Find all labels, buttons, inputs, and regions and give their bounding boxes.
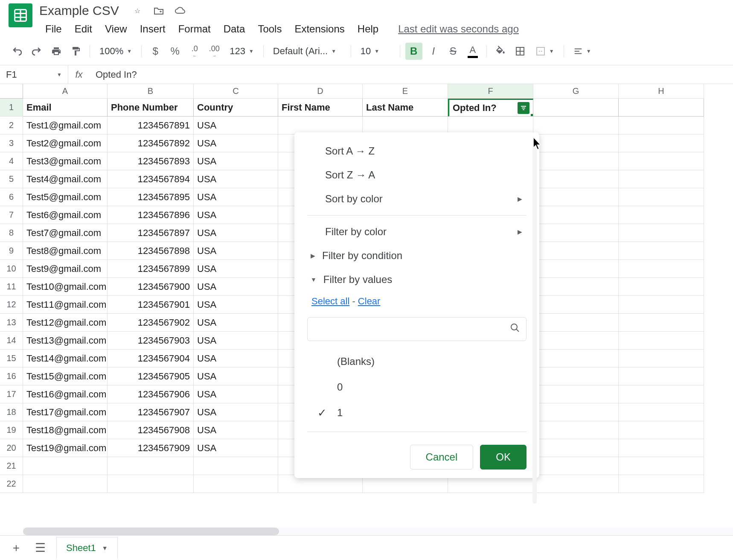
cell[interactable] bbox=[533, 99, 619, 117]
cell[interactable]: USA bbox=[194, 350, 278, 368]
cell[interactable]: USA bbox=[194, 188, 278, 206]
bold-button[interactable]: B bbox=[405, 43, 422, 60]
font-size-select[interactable]: 10▼ bbox=[356, 43, 395, 59]
cell[interactable] bbox=[278, 117, 363, 134]
fill-color-button[interactable] bbox=[492, 43, 509, 60]
document-title[interactable]: Example CSV bbox=[39, 3, 119, 18]
cell[interactable] bbox=[619, 403, 704, 421]
cell-reference[interactable]: F1▼ bbox=[0, 65, 68, 84]
cell[interactable] bbox=[619, 475, 704, 493]
move-icon[interactable] bbox=[153, 5, 164, 16]
cell[interactable]: 1234567905 bbox=[108, 368, 194, 385]
cell[interactable] bbox=[533, 134, 619, 152]
cell[interactable] bbox=[533, 475, 619, 493]
cell[interactable] bbox=[619, 224, 704, 242]
filter-value-option[interactable]: 0 bbox=[311, 374, 522, 400]
cell[interactable]: Test6@gmail.com bbox=[23, 206, 108, 224]
cell[interactable]: 1234567900 bbox=[108, 278, 194, 296]
currency-button[interactable]: $ bbox=[147, 43, 164, 60]
more-formats-select[interactable]: 123▼ bbox=[225, 43, 258, 59]
cell[interactable]: Test10@gmail.com bbox=[23, 278, 108, 296]
row-header[interactable]: 5 bbox=[0, 170, 23, 188]
row-header[interactable]: 20 bbox=[0, 439, 23, 457]
row-header[interactable]: 12 bbox=[0, 296, 23, 314]
cell[interactable]: Test12@gmail.com bbox=[23, 314, 108, 332]
menu-file[interactable]: File bbox=[39, 20, 68, 38]
text-color-button[interactable]: A bbox=[464, 43, 481, 60]
cell[interactable]: 1234567904 bbox=[108, 350, 194, 368]
select-all-link[interactable]: Select all bbox=[311, 296, 349, 306]
cell[interactable] bbox=[619, 385, 704, 403]
cell[interactable] bbox=[619, 134, 704, 152]
cell[interactable] bbox=[619, 296, 704, 314]
font-select[interactable]: Default (Ari...▼ bbox=[269, 43, 346, 59]
sort-by-color[interactable]: Sort by color▶ bbox=[294, 187, 539, 211]
cell[interactable]: Phone Number bbox=[108, 99, 194, 117]
column-header[interactable]: G bbox=[533, 84, 619, 99]
borders-button[interactable] bbox=[512, 43, 529, 60]
cloud-status-icon[interactable] bbox=[175, 5, 186, 16]
cell[interactable] bbox=[619, 278, 704, 296]
cell[interactable] bbox=[533, 421, 619, 439]
row-header[interactable]: 9 bbox=[0, 242, 23, 260]
cell[interactable]: 1234567899 bbox=[108, 260, 194, 278]
column-header[interactable]: B bbox=[108, 84, 194, 99]
cell[interactable] bbox=[619, 368, 704, 385]
cell[interactable]: USA bbox=[194, 242, 278, 260]
cell[interactable] bbox=[533, 152, 619, 170]
cell[interactable]: 1234567903 bbox=[108, 332, 194, 350]
formula-input[interactable]: Opted In? bbox=[90, 69, 733, 80]
cell[interactable] bbox=[194, 475, 278, 493]
cell[interactable]: Test8@gmail.com bbox=[23, 242, 108, 260]
filter-search[interactable] bbox=[307, 317, 526, 341]
strikethrough-button[interactable]: S bbox=[445, 43, 462, 60]
cancel-button[interactable]: Cancel bbox=[410, 445, 474, 470]
cell[interactable]: 1234567891 bbox=[108, 117, 194, 134]
menu-insert[interactable]: Insert bbox=[134, 20, 172, 38]
menu-help[interactable]: Help bbox=[352, 20, 384, 38]
cell[interactable]: USA bbox=[194, 439, 278, 457]
cell[interactable] bbox=[533, 368, 619, 385]
sheets-logo[interactable] bbox=[9, 3, 32, 27]
cell[interactable] bbox=[533, 296, 619, 314]
cell[interactable]: Test4@gmail.com bbox=[23, 170, 108, 188]
cell[interactable]: 1234567909 bbox=[108, 439, 194, 457]
cell[interactable]: USA bbox=[194, 224, 278, 242]
column-header[interactable]: D bbox=[278, 84, 363, 99]
cell[interactable] bbox=[619, 332, 704, 350]
zoom-select[interactable]: 100%▼ bbox=[95, 43, 136, 59]
cell[interactable]: USA bbox=[194, 314, 278, 332]
row-header[interactable]: 16 bbox=[0, 368, 23, 385]
cell[interactable] bbox=[533, 206, 619, 224]
cell[interactable]: Last Name bbox=[363, 99, 448, 117]
filter-by-color[interactable]: Filter by color▶ bbox=[294, 220, 539, 244]
cell[interactable]: Test3@gmail.com bbox=[23, 152, 108, 170]
cell[interactable]: 1234567901 bbox=[108, 296, 194, 314]
cell[interactable] bbox=[619, 242, 704, 260]
last-edit-link[interactable]: Last edit was seconds ago bbox=[398, 23, 519, 35]
cell[interactable]: 1234567894 bbox=[108, 170, 194, 188]
ok-button[interactable]: OK bbox=[480, 445, 526, 470]
filter-value-option[interactable]: (Blanks) bbox=[311, 349, 522, 374]
cell[interactable] bbox=[619, 170, 704, 188]
cell[interactable] bbox=[108, 475, 194, 493]
cell[interactable]: Email bbox=[23, 99, 108, 117]
cell[interactable] bbox=[533, 242, 619, 260]
decrease-decimal-button[interactable]: .0← bbox=[186, 43, 203, 60]
increase-decimal-button[interactable]: .00→ bbox=[206, 43, 223, 60]
cell[interactable]: Test7@gmail.com bbox=[23, 224, 108, 242]
row-header[interactable]: 11 bbox=[0, 278, 23, 296]
cell[interactable]: Test18@gmail.com bbox=[23, 421, 108, 439]
percent-button[interactable]: % bbox=[166, 43, 183, 60]
cell[interactable]: USA bbox=[194, 206, 278, 224]
column-header[interactable]: H bbox=[619, 84, 704, 99]
cell[interactable] bbox=[619, 188, 704, 206]
row-header[interactable]: 10 bbox=[0, 260, 23, 278]
cell[interactable] bbox=[363, 117, 448, 134]
cell[interactable] bbox=[619, 457, 704, 475]
cell[interactable]: Test2@gmail.com bbox=[23, 134, 108, 152]
cell[interactable]: USA bbox=[194, 421, 278, 439]
row-header[interactable]: 22 bbox=[0, 475, 23, 493]
all-sheets-button[interactable]: ☰ bbox=[32, 541, 48, 555]
column-header[interactable]: F bbox=[448, 84, 533, 99]
